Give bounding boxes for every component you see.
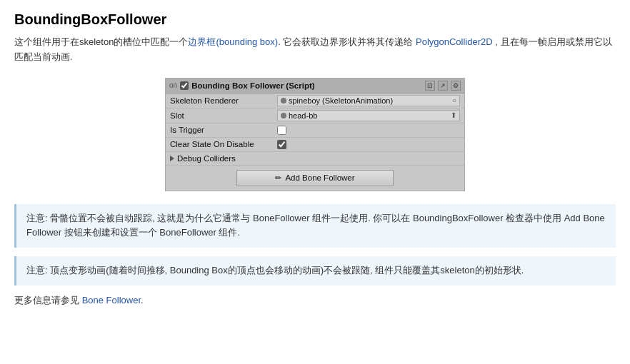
add-bone-follower-label: Add Bone Follower (285, 173, 354, 182)
field-arrow-icon: ○ (452, 96, 456, 104)
polygon-collider-link[interactable]: PolygonCollider2D (416, 36, 493, 47)
component-enabled-checkbox[interactable] (180, 81, 189, 90)
skeleton-renderer-text: spineboy (SkeletonAnimation) (289, 96, 450, 105)
slot-field[interactable]: head-bb ⬆ (277, 110, 460, 121)
slot-value: head-bb ⬆ (277, 110, 460, 121)
debug-colliders-label: Debug Colliders (177, 154, 236, 163)
clear-state-row: Clear State On Disable (166, 138, 464, 152)
slot-dot-icon (281, 113, 286, 118)
field-dot-icon (281, 98, 286, 103)
skeleton-renderer-value: spineboy (SkeletonAnimation) ○ (277, 95, 460, 106)
note-2-text: 注意: 顶点变形动画(随着时间推移, Bounding Box的顶点也会移动的动… (26, 265, 524, 275)
triangle-icon (170, 156, 174, 161)
clear-state-checkbox[interactable] (277, 140, 286, 149)
slot-text: head-bb (289, 111, 449, 120)
note-1-text: 注意: 骨骼位置不会被自动跟踪, 这就是为什么它通常与 BoneFollower… (26, 213, 605, 238)
inspector-wrapper: on Bounding Box Follower (Script) ⊡ ↗ ⚙ … (14, 78, 616, 191)
add-bone-follower-button[interactable]: ✏ Add Bone Follower (236, 170, 394, 186)
clear-state-value (277, 140, 460, 149)
slot-arrow-icon: ⬆ (451, 111, 456, 119)
skeleton-renderer-field[interactable]: spineboy (SkeletonAnimation) ○ (277, 95, 460, 106)
more-info-suffix: . (141, 295, 144, 305)
inspect-icon-btn[interactable]: ⊡ (425, 81, 435, 91)
page-title: BoundingBoxFollower (14, 11, 616, 28)
skeleton-renderer-label: Skeleton Renderer (170, 96, 277, 105)
note-box-1: 注意: 骨骼位置不会被自动跟踪, 这就是为什么它通常与 BoneFollower… (14, 204, 616, 248)
skeleton-renderer-row: Skeleton Renderer spineboy (SkeletonAnim… (166, 93, 464, 108)
debug-colliders-row: Debug Colliders (166, 152, 464, 166)
is-trigger-value (277, 126, 460, 135)
inspector-panel: on Bounding Box Follower (Script) ⊡ ↗ ⚙ … (165, 78, 465, 191)
title-icons: ⊡ ↗ ⚙ (425, 81, 461, 91)
inspector-title: Bounding Box Follower (Script) (191, 81, 422, 90)
page-description: 这个组件用于在skeleton的槽位中匹配一个边界框(bounding box)… (14, 35, 616, 65)
inspector-titlebar: on Bounding Box Follower (Script) ⊡ ↗ ⚙ (166, 79, 464, 93)
is-trigger-label: Is Trigger (170, 126, 277, 134)
slot-label: Slot (170, 111, 277, 120)
clear-state-label: Clear State On Disable (170, 140, 277, 148)
add-bone-follower-row: ✏ Add Bone Follower (166, 166, 464, 191)
is-trigger-checkbox[interactable] (277, 126, 286, 135)
debug-colliders-toggle[interactable]: Debug Colliders (170, 154, 236, 163)
bone-follower-link[interactable]: Bone Follower (82, 295, 141, 305)
more-info-prefix: 更多信息请参见 (14, 295, 82, 305)
settings-icon-btn[interactable]: ⚙ (451, 81, 461, 91)
slot-row: Slot head-bb ⬆ (166, 108, 464, 123)
pencil-icon: ✏ (275, 173, 281, 183)
expand-icon-btn[interactable]: ↗ (438, 81, 448, 91)
bounding-box-link[interactable]: 边界框(bounding box) (188, 36, 278, 47)
is-trigger-row: Is Trigger (166, 123, 464, 138)
collapse-icon: on (169, 81, 177, 89)
more-info-section: 更多信息请参见 Bone Follower. (14, 294, 616, 307)
note-box-2: 注意: 顶点变形动画(随着时间推移, Bounding Box的顶点也会移动的动… (14, 256, 616, 285)
